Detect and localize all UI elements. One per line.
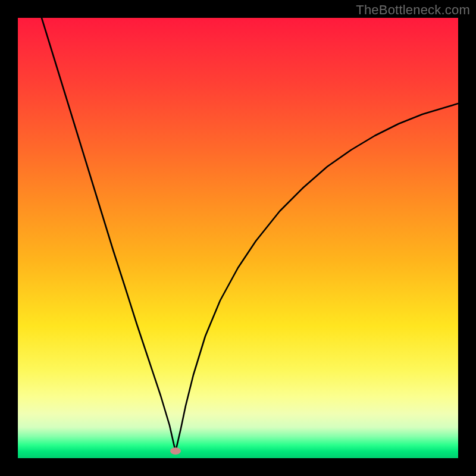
curve-svg xyxy=(18,18,458,458)
minimum-marker xyxy=(170,447,181,455)
chart-frame: TheBottleneck.com xyxy=(0,0,476,476)
gradient-plot-area xyxy=(18,18,458,458)
bottleneck-curve xyxy=(42,18,458,451)
watermark-label: TheBottleneck.com xyxy=(356,2,470,18)
